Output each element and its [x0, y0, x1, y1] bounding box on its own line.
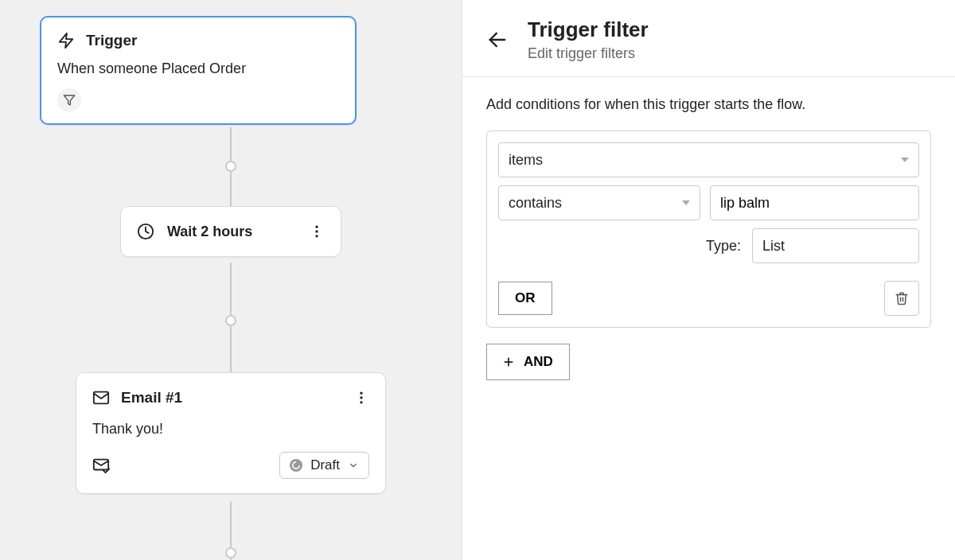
svg-marker-0	[60, 33, 73, 48]
type-label: Type:	[706, 238, 741, 255]
email-title: Email #1	[121, 389, 342, 406]
flow-canvas: Trigger When someone Placed Order Wait 2…	[0, 0, 462, 560]
trigger-description: When someone Placed Order	[57, 60, 339, 77]
panel-subtitle: Edit trigger filters	[528, 45, 649, 62]
trigger-title: Trigger	[86, 32, 137, 49]
svg-point-8	[360, 396, 362, 399]
filter-badge[interactable]	[57, 88, 81, 112]
svg-marker-1	[64, 95, 74, 105]
svg-point-9	[360, 401, 362, 403]
field-select[interactable]: items	[498, 142, 919, 177]
wait-label: Wait 2 hours	[167, 224, 296, 240]
type-select-value: List	[762, 238, 785, 255]
svg-point-5	[315, 235, 318, 237]
field-select-value: items	[509, 152, 543, 169]
svg-point-4	[315, 230, 318, 232]
trash-icon	[895, 291, 909, 305]
and-button-label: AND	[524, 354, 553, 370]
or-button[interactable]: OR	[498, 282, 552, 315]
svg-point-3	[315, 226, 318, 228]
draft-status-icon	[290, 459, 302, 472]
delete-condition-button[interactable]	[884, 281, 919, 316]
dots-vertical-icon	[353, 390, 369, 406]
panel-instruction: Add conditions for when this trigger sta…	[486, 96, 931, 113]
chevron-down-icon	[348, 460, 359, 471]
lightning-icon	[57, 32, 75, 49]
status-dropdown[interactable]: Draft	[279, 452, 369, 479]
clock-icon	[137, 223, 154, 240]
operator-select-value: contains	[509, 195, 562, 212]
panel-title: Trigger filter	[528, 18, 649, 42]
wait-node-menu[interactable]	[309, 224, 325, 239]
dropdown-icon	[901, 158, 909, 162]
trigger-node[interactable]: Trigger When someone Placed Order	[40, 16, 357, 125]
type-select[interactable]: List	[752, 228, 919, 263]
mail-check-icon	[92, 457, 110, 474]
flow-connector-dot	[225, 547, 236, 558]
filter-icon	[63, 94, 76, 107]
email-node-menu[interactable]	[353, 390, 369, 406]
value-input[interactable]	[710, 185, 919, 220]
trigger-filter-panel: Trigger filter Edit trigger filters Add …	[462, 0, 955, 560]
condition-group: items contains Type: List OR	[486, 130, 931, 328]
flow-connector-dot	[225, 315, 236, 326]
status-label: Draft	[310, 457, 340, 473]
wait-node[interactable]: Wait 2 hours	[120, 206, 341, 257]
email-subject: Thank you!	[92, 421, 369, 438]
arrow-left-icon	[486, 29, 509, 51]
back-button[interactable]	[486, 29, 509, 51]
svg-point-7	[360, 392, 362, 395]
operator-select[interactable]: contains	[498, 185, 700, 220]
email-node[interactable]: Email #1 Thank you! Draft	[76, 372, 386, 494]
flow-connector-dot	[225, 161, 236, 172]
dropdown-icon	[682, 200, 690, 205]
plus-icon	[503, 356, 514, 368]
dots-vertical-icon	[309, 224, 325, 239]
and-button[interactable]: AND	[486, 344, 570, 380]
mail-icon	[92, 389, 110, 406]
